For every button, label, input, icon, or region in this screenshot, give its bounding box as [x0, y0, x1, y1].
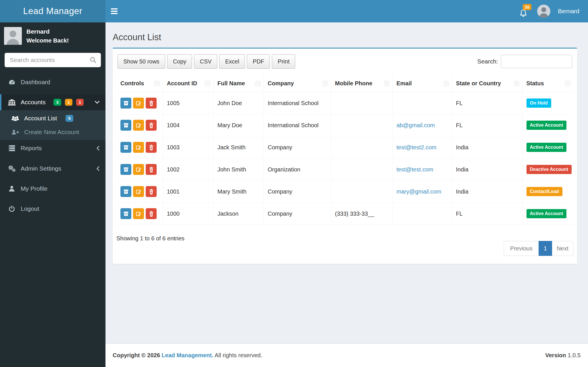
gears-icon	[7, 165, 16, 172]
user-icon	[7, 185, 16, 192]
copy-button[interactable]: Copy	[167, 54, 192, 69]
navbar: 35 Bernard	[105, 0, 588, 22]
sidebar-item-label: Accounts	[21, 99, 45, 106]
controls-cell	[116, 136, 163, 159]
status-cell: Active Account	[522, 203, 573, 225]
controls-cell	[116, 181, 163, 203]
column-header-account-id[interactable]: Account ID	[163, 75, 213, 92]
accounts-badge-yellow: 1	[65, 99, 72, 106]
archive-button[interactable]	[120, 98, 131, 109]
state-cell: India	[452, 136, 522, 159]
pdf-button[interactable]: PDF	[247, 54, 270, 69]
sidebar-search-input[interactable]	[5, 53, 101, 67]
archive-button[interactable]	[120, 120, 131, 131]
sidebar-item-dashboard[interactable]: Dashboard	[0, 74, 105, 90]
table-row: 1004Mary DoeInternational Schoolab@gmail…	[116, 114, 573, 136]
sidebar-item-admin-settings[interactable]: Admin Settings	[0, 160, 105, 177]
user-menu[interactable]: Bernard	[558, 8, 579, 15]
full-name-cell: Mary Doe	[213, 114, 264, 136]
page-title: Account List	[113, 32, 577, 43]
mobile-phone-cell	[331, 114, 392, 136]
sidebar-item-label: Admin Settings	[21, 165, 61, 172]
notifications-button[interactable]: 35	[517, 4, 530, 18]
sidebar-item-my-profile[interactable]: My Profile	[0, 181, 105, 197]
delete-button[interactable]	[146, 142, 157, 153]
table-info: Showing 1 to 6 of 6 entries	[116, 235, 185, 242]
email-link[interactable]: test@test2.com	[397, 144, 437, 150]
status-cell: Active Account	[522, 136, 573, 159]
current-page-button[interactable]: 1	[539, 241, 552, 256]
column-header-status[interactable]: Status	[522, 75, 573, 92]
delete-button[interactable]	[146, 208, 157, 219]
sidebar-item-create-new-account[interactable]: Create New Account	[0, 125, 105, 139]
search-icon[interactable]	[89, 56, 97, 64]
edit-button[interactable]	[133, 142, 144, 153]
delete-button[interactable]	[146, 98, 157, 109]
table-search-input[interactable]	[501, 55, 572, 68]
content-area: Account List Show 50 rows Copy CSV Excel…	[105, 22, 588, 367]
archive-button[interactable]	[120, 208, 131, 219]
dashboard-icon	[7, 79, 16, 86]
email-link[interactable]: mary@gmail.com	[397, 188, 441, 195]
sidebar-item-label: Account List	[24, 115, 57, 122]
sidebar-item-reports[interactable]: Reports	[0, 140, 105, 156]
email-link[interactable]: test@test.com	[397, 166, 433, 173]
sidebar-toggle-button[interactable]	[105, 0, 123, 22]
sidebar-item-accounts[interactable]: Accounts 3 1 1	[0, 94, 105, 110]
status-cell: Deactive Account	[522, 159, 573, 181]
footer: Copyright © 2026 Lead Management. All ri…	[105, 343, 588, 367]
csv-button[interactable]: CSV	[194, 54, 217, 69]
company-cell: Company	[264, 136, 331, 159]
company-cell: Company	[264, 181, 331, 203]
column-header-mobile-phone[interactable]: Mobile Phone	[331, 75, 392, 92]
company-cell: International School	[264, 114, 331, 136]
table-row: 1002John SmithOrganizationtest@test.comI…	[116, 159, 573, 181]
sidebar-item-label: Reports	[21, 145, 42, 152]
next-page-button[interactable]: Next	[552, 241, 573, 256]
column-header-full-name[interactable]: Full Name	[213, 75, 264, 92]
status-cell: On Hold	[522, 92, 573, 114]
sidebar-item-account-list[interactable]: Account List 6	[0, 111, 105, 125]
previous-page-button[interactable]: Previous	[504, 241, 539, 256]
sort-icon	[514, 81, 519, 86]
chevron-left-icon	[96, 166, 100, 171]
column-header-state[interactable]: State or Country	[452, 75, 522, 92]
edit-button[interactable]	[133, 98, 144, 109]
delete-button[interactable]	[146, 164, 157, 175]
sidebar-item-logout[interactable]: Logout	[0, 201, 105, 217]
excel-button[interactable]: Excel	[219, 54, 245, 69]
user-avatar[interactable]	[537, 5, 550, 18]
table-row: 1000JacksonCompany(333) 333-33__FLActive…	[116, 203, 573, 225]
table-row: 1001Mary SmithCompanymary@gmail.comIndia…	[116, 181, 573, 203]
footer-brand-link[interactable]: Lead Management.	[162, 352, 213, 358]
column-header-controls[interactable]: Controls	[116, 75, 163, 92]
delete-button[interactable]	[146, 120, 157, 131]
table-row: 1003Jack SmithCompanytest@test2.comIndia…	[116, 136, 573, 159]
state-cell: FL	[452, 114, 522, 136]
column-header-email[interactable]: Email	[392, 75, 452, 92]
edit-button[interactable]	[133, 208, 144, 219]
mobile-phone-cell	[331, 159, 392, 181]
account-id-cell: 1003	[163, 136, 213, 159]
edit-button[interactable]	[133, 164, 144, 175]
email-link[interactable]: ab@gmail.com	[397, 122, 435, 128]
archive-button[interactable]	[120, 186, 131, 197]
edit-button[interactable]	[133, 186, 144, 197]
edit-button[interactable]	[133, 120, 144, 131]
print-button[interactable]: Print	[272, 54, 295, 69]
delete-button[interactable]	[146, 186, 157, 197]
account-id-cell: 1001	[163, 181, 213, 203]
sort-icon	[154, 81, 160, 86]
sort-icon	[205, 81, 210, 86]
status-badge: Active Account	[526, 143, 567, 152]
archive-button[interactable]	[120, 142, 131, 153]
accounts-submenu: Account List 6	[0, 110, 105, 140]
show-rows-button[interactable]: Show 50 rows	[118, 54, 165, 69]
table-row: 1005John DoeInternational SchoolFLOn Hol…	[116, 92, 573, 114]
brand-logo[interactable]: Lead Manager	[0, 0, 105, 22]
sort-icon	[565, 81, 570, 86]
company-cell: International School	[264, 92, 331, 114]
column-header-company[interactable]: Company	[264, 75, 331, 92]
account-id-cell: 1002	[163, 159, 213, 181]
archive-button[interactable]	[120, 164, 131, 175]
